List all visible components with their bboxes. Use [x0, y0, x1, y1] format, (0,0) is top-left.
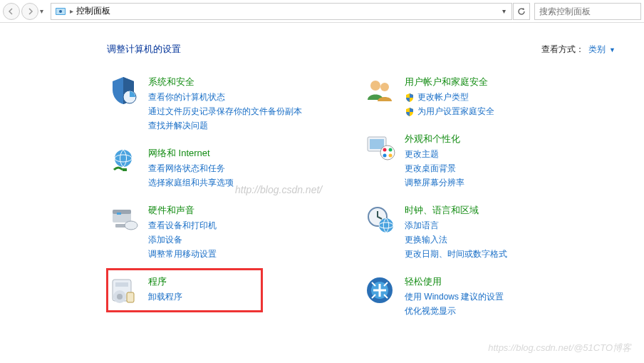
category-title[interactable]: 系统和安全 — [148, 76, 356, 88]
svg-point-18 — [380, 83, 389, 91]
category-users: 用户帐户和家庭安全 更改帐户类型 为用户设置家庭安全 — [363, 74, 613, 120]
svg-rect-11 — [117, 213, 121, 215]
category-title[interactable]: 用户帐户和家庭安全 — [405, 76, 613, 88]
toolbar: ▾ ▸ 控制面板 ▾ — [0, 0, 644, 23]
search-box[interactable] — [534, 3, 641, 20]
category-link[interactable]: 更换输入法 — [405, 234, 613, 246]
arrow-right-icon — [26, 7, 34, 16]
link-text: 为用户设置家庭安全 — [417, 106, 494, 118]
view-mode-selector[interactable]: 类别 ▼ — [588, 44, 616, 56]
left-column: 系统和安全 查看你的计算机状态 通过文件历史记录保存你的文件备份副本 查找并解决… — [107, 74, 356, 331]
svg-point-15 — [117, 294, 123, 300]
category-title[interactable]: 硬件和声音 — [148, 204, 356, 217]
security-icon — [107, 74, 140, 107]
control-panel-icon — [54, 5, 67, 18]
clock-icon — [363, 203, 396, 235]
category-link[interactable]: 为用户设置家庭安全 — [405, 106, 613, 118]
category-link[interactable]: 查找并解决问题 — [148, 120, 356, 132]
svg-point-21 — [380, 145, 395, 160]
address-dropdown[interactable]: ▾ — [499, 7, 509, 15]
ease-icon — [363, 274, 396, 307]
category-title[interactable]: 网络和 Internet — [148, 147, 356, 160]
category-link[interactable]: 查看你的计算机状态 — [148, 91, 356, 103]
svg-point-10 — [125, 221, 137, 230]
content-area: 调整计算机的设置 查看方式： 类别 ▼ 系统和安全 查看你的计算机状态 通过文件… — [0, 23, 644, 331]
link-text: 更改帐户类型 — [417, 91, 469, 103]
category-title[interactable]: 外观和个性化 — [405, 133, 613, 145]
appearance-icon — [363, 131, 396, 164]
header-row: 调整计算机的设置 查看方式： 类别 ▼ — [107, 43, 616, 56]
category-link[interactable]: 添加语言 — [405, 220, 613, 232]
svg-point-2 — [59, 10, 62, 13]
svg-point-22 — [383, 148, 387, 152]
category-link[interactable]: 选择家庭组和共享选项 — [148, 177, 356, 189]
svg-rect-20 — [370, 139, 384, 149]
refresh-icon — [516, 6, 526, 16]
chevron-right-icon: ▸ — [70, 7, 73, 15]
forward-button[interactable] — [21, 3, 38, 20]
category-link[interactable]: 使用 Windows 建议的设置 — [405, 291, 613, 303]
category-link[interactable]: 更改主题 — [405, 148, 613, 160]
category-hardware: 硬件和声音 查看设备和打印机 添加设备 调整常用移动设置 — [107, 203, 356, 262]
arrow-left-icon — [7, 7, 16, 16]
svg-rect-8 — [113, 210, 131, 214]
address-bar[interactable]: ▸ 控制面板 ▾ — [51, 3, 512, 20]
watermark-text: https://blog.csdn.net/@51CTO博客 — [488, 342, 631, 354]
view-mode-value: 类别 — [588, 44, 606, 54]
breadcrumb-text[interactable]: 控制面板 — [76, 5, 110, 17]
svg-point-4 — [115, 150, 132, 167]
back-button[interactable] — [3, 3, 20, 20]
category-link[interactable]: 添加设备 — [148, 234, 356, 246]
network-icon — [107, 145, 140, 178]
shield-icon — [405, 93, 415, 103]
hardware-icon — [107, 203, 140, 235]
category-ease: 轻松使用 使用 Windows 建议的设置 优化视觉显示 — [363, 274, 613, 319]
svg-point-24 — [383, 154, 387, 158]
svg-rect-6 — [123, 168, 127, 171]
category-link[interactable]: 调整常用移动设置 — [148, 248, 356, 260]
category-network: 网络和 Internet 查看网络状态和任务 选择家庭组和共享选项 — [107, 145, 356, 191]
category-link[interactable]: 卸载程序 — [148, 291, 356, 303]
category-link[interactable]: 通过文件历史记录保存你的文件备份副本 — [148, 106, 356, 118]
programs-icon — [107, 274, 140, 307]
svg-point-23 — [389, 148, 393, 152]
recent-dropdown[interactable]: ▾ — [40, 7, 43, 15]
category-clock: 时钟、语言和区域 添加语言 更换输入法 更改日期、时间或数字格式 — [363, 203, 613, 262]
category-link[interactable]: 更改帐户类型 — [405, 91, 613, 103]
category-link[interactable]: 查看网络状态和任务 — [148, 163, 356, 175]
svg-point-27 — [379, 218, 393, 232]
category-link[interactable]: 更改桌面背景 — [405, 163, 613, 175]
category-title[interactable]: 程序 — [148, 275, 356, 288]
page-title: 调整计算机的设置 — [107, 43, 181, 56]
users-icon — [363, 74, 396, 107]
category-security: 系统和安全 查看你的计算机状态 通过文件历史记录保存你的文件备份副本 查找并解决… — [107, 74, 356, 134]
svg-rect-13 — [115, 282, 128, 287]
category-link[interactable]: 调整屏幕分辨率 — [405, 177, 613, 189]
category-title[interactable]: 轻松使用 — [405, 275, 613, 288]
view-label: 查看方式： — [541, 44, 584, 56]
svg-point-17 — [370, 81, 380, 91]
category-link[interactable]: 查看设备和打印机 — [148, 220, 356, 232]
category-programs: 程序 卸载程序 — [107, 274, 356, 307]
shield-icon — [405, 107, 415, 117]
category-columns: 系统和安全 查看你的计算机状态 通过文件历史记录保存你的文件备份副本 查找并解决… — [107, 74, 616, 331]
category-link[interactable]: 更改日期、时间或数字格式 — [405, 248, 613, 260]
svg-rect-16 — [127, 292, 134, 302]
svg-point-25 — [389, 154, 393, 158]
category-appearance: 外观和个性化 更改主题 更改桌面背景 调整屏幕分辨率 — [363, 131, 613, 191]
search-input[interactable] — [539, 6, 636, 16]
right-column: 用户帐户和家庭安全 更改帐户类型 为用户设置家庭安全 外观和个性化 — [363, 74, 613, 331]
category-link[interactable]: 优化视觉显示 — [405, 305, 613, 317]
refresh-button[interactable] — [513, 3, 530, 20]
category-title[interactable]: 时钟、语言和区域 — [405, 204, 613, 217]
chevron-down-icon: ▼ — [609, 46, 616, 53]
